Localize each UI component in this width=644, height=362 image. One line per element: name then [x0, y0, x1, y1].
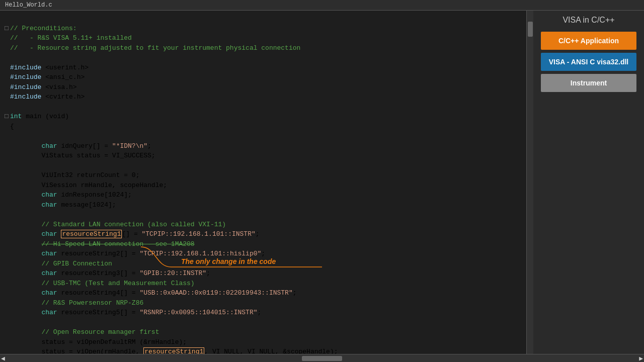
hscroll-thumb[interactable]	[302, 356, 342, 361]
collapse-icon[interactable]: □	[3, 24, 10, 34]
code-editor[interactable]: □// Preconditions: // - R&S VISA 5.11+ i…	[0, 11, 526, 354]
hscroll-track[interactable]: ◀ ▶	[0, 354, 644, 363]
sidebar-panel: VISA in C/C++ C/C++ Application VISA - A…	[533, 11, 644, 354]
code-content: □// Preconditions: // - R&S VISA 5.11+ i…	[0, 11, 526, 354]
title-bar: Hello_World.c	[0, 0, 644, 11]
scroll-left-arrow[interactable]: ◀	[1, 354, 5, 363]
instrument-button[interactable]: Instrument	[541, 74, 636, 92]
svg-text:The only change in the code: The only change in the code	[181, 257, 276, 265]
scroll-right-arrow[interactable]: ▶	[639, 354, 643, 363]
cpp-application-button[interactable]: C/C++ Application	[541, 32, 636, 50]
visa-ansi-button[interactable]: VISA - ANSI C visa32.dll	[541, 53, 636, 71]
sidebar-title: VISA in C/C++	[562, 16, 614, 25]
vscroll-thumb[interactable]	[528, 22, 533, 37]
vertical-scrollbar[interactable]	[526, 11, 533, 354]
filename-label: Hello_World.c	[5, 2, 52, 9]
horizontal-scrollbar[interactable]: ◀ ▶	[0, 354, 644, 362]
